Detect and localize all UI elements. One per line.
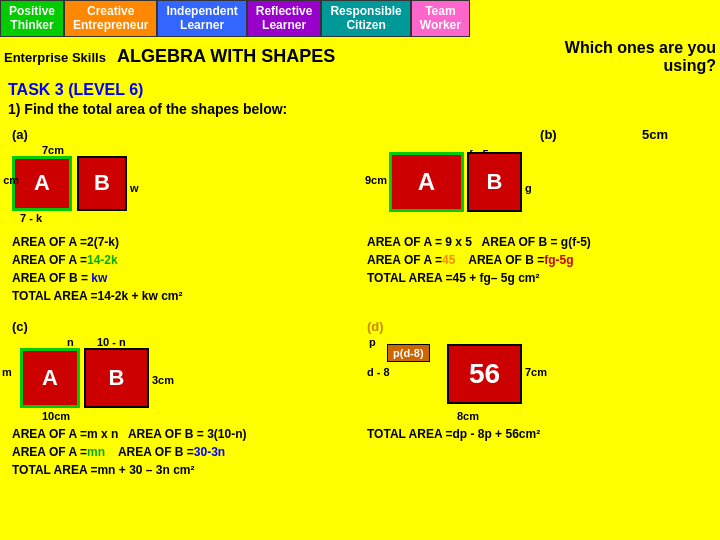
section-b-label: (b) 5cm (367, 127, 708, 142)
dim-m: m (2, 366, 12, 378)
dim-n: n (67, 336, 74, 348)
nav-creative-entrepreneur[interactable]: CreativeEntrepreneur (64, 0, 157, 37)
area-text-b: AREA OF A = 9 x 5 AREA OF B = g(f-5) ARE… (367, 233, 708, 287)
shapes-grid: (a) 7cm A 2 cm 7 - k B w (8, 123, 712, 483)
box-b-shape-b: B (467, 152, 522, 212)
box-56: 56 (447, 344, 522, 404)
header-row: Enterprise Skills ALGEBRA WITH SHAPES Wh… (0, 37, 720, 77)
dim-10cm: 10cm (42, 410, 70, 422)
which-ones-text: Which ones are youusing? (565, 39, 716, 75)
box-a-shape-c: A (20, 348, 80, 408)
dim-w: w (130, 182, 139, 194)
nav-positive-thinker[interactable]: PositiveThinker (0, 0, 64, 37)
dim-7cm: 7cm (42, 144, 64, 156)
nav-reflective-learner[interactable]: ReflectiveLearner (247, 0, 322, 37)
diagram-b: 9cm A f - 5 B g (367, 144, 708, 229)
section-a-label: (a) (12, 127, 353, 142)
label-pd8: p(d-8) (387, 344, 430, 362)
box-a-shape: A (12, 156, 72, 211)
diagram-a: 7cm A 2 cm 7 - k B w (12, 144, 353, 229)
dim-10n: 10 - n (97, 336, 126, 348)
area-text-d: TOTAL AREA =dp - 8p + 56cm² (367, 425, 708, 443)
section-b: (b) 5cm 9cm A f - 5 B g AREA OF A = 9 x (363, 123, 712, 309)
dim-p: p (369, 336, 376, 348)
section-c: (c) n m A 10 - n B 3cm 10cm (8, 315, 357, 483)
dim-2cm: 2 cm (0, 174, 19, 186)
nav-responsible-citizen[interactable]: ResponsibleCitizen (321, 0, 410, 37)
task-instruction: 1) Find the total area of the shapes bel… (8, 101, 712, 117)
dim-g: g (525, 182, 532, 194)
diagram-d: p p(d-8) d - 8 56 7cm 8cm (367, 336, 708, 421)
dim-9cm: 9cm (365, 174, 387, 186)
main-content: TASK 3 (LEVEL 6) 1) Find the total area … (0, 77, 720, 487)
section-a: (a) 7cm A 2 cm 7 - k B w (8, 123, 357, 309)
area-text-c: AREA OF A =m x n AREA OF B = 3(10-n) ARE… (12, 425, 353, 479)
dim-8cm: 8cm (457, 410, 479, 422)
nav-team-worker[interactable]: TeamWorker (411, 0, 470, 37)
diagram-c: n m A 10 - n B 3cm 10cm (12, 336, 353, 421)
dim-d8: d - 8 (367, 366, 390, 378)
dim-7-k: 7 - k (20, 212, 42, 224)
section-c-label: (c) (12, 319, 353, 334)
dim-3cm: 3cm (152, 374, 174, 386)
nav-independent-learner[interactable]: IndependentLearner (157, 0, 246, 37)
dim-7cm-d: 7cm (525, 366, 547, 378)
task-title: TASK 3 (LEVEL 6) (8, 81, 712, 99)
page-title: Enterprise Skills ALGEBRA WITH SHAPES (4, 46, 565, 67)
box-a-shape-b: A (389, 152, 464, 212)
box-b-shape-a: B (77, 156, 127, 211)
top-nav: PositiveThinker CreativeEntrepreneur Ind… (0, 0, 720, 37)
area-text-a: AREA OF A =2(7-k) AREA OF A =14-2k AREA … (12, 233, 353, 305)
box-b-shape-c: B (84, 348, 149, 408)
section-d: (d) p p(d-8) d - 8 56 7cm 8cm TOTAL AREA… (363, 315, 712, 483)
section-d-label: (d) (367, 319, 708, 334)
